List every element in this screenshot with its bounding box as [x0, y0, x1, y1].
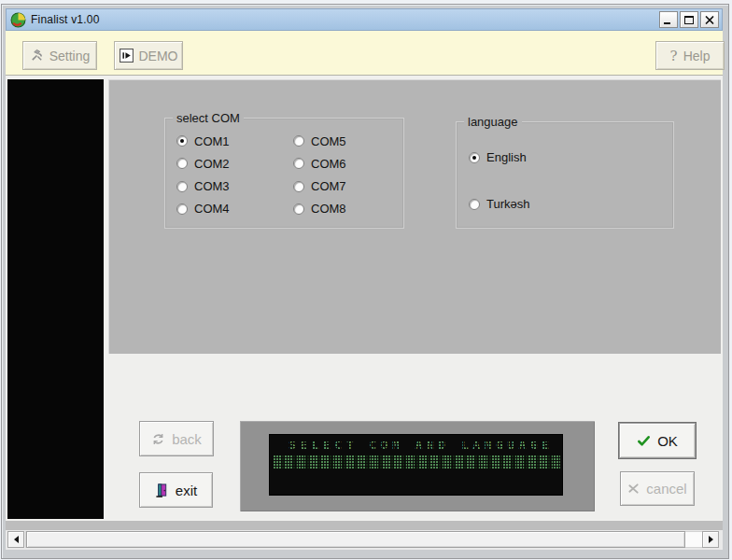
- scroll-left-icon: [14, 536, 19, 543]
- radio-com6[interactable]: COM6: [293, 152, 396, 175]
- exit-button[interactable]: exit: [139, 472, 213, 508]
- close-icon: [705, 16, 714, 24]
- bottom-strip: [6, 521, 723, 530]
- maximize-button[interactable]: [680, 11, 698, 28]
- radio-english[interactable]: English: [469, 150, 527, 164]
- led-dot-row: [273, 455, 560, 469]
- demo-button[interactable]: DEMO: [114, 41, 183, 70]
- black-sidebar: [7, 79, 104, 519]
- radio-button-com2[interactable]: [176, 158, 188, 169]
- horizontal-scrollbar[interactable]: [6, 530, 723, 550]
- ok-button[interactable]: OK: [619, 423, 696, 458]
- demo-label: DEMO: [139, 49, 178, 63]
- radio-label-com3: COM3: [194, 179, 230, 193]
- radio-button-com3[interactable]: [176, 181, 188, 192]
- radio-button-turkesh[interactable]: [469, 199, 480, 210]
- led-message: SELECT COM AND LANGUAGE: [289, 438, 554, 452]
- radio-label-com5: COM5: [311, 134, 346, 148]
- radio-turkesh[interactable]: Turkəsh: [469, 197, 529, 211]
- led-panel-frame: SELECT COM AND LANGUAGE: [240, 421, 595, 511]
- tools-icon: [30, 49, 44, 63]
- radio-button-com1[interactable]: [176, 135, 188, 147]
- exit-label: exit: [176, 483, 197, 498]
- toolbar: Setting DEMO ? Help: [6, 31, 723, 76]
- client-area: select COM COM1 COM2 COM3: [6, 76, 723, 550]
- radio-label-com1: COM1: [194, 134, 230, 148]
- radio-com1[interactable]: COM1: [176, 130, 293, 152]
- radio-com2[interactable]: COM2: [176, 152, 293, 175]
- radio-label-com6: COM6: [311, 157, 346, 171]
- radio-label-com8: COM8: [311, 202, 346, 216]
- radio-label-com4: COM4: [194, 202, 230, 216]
- scroll-right-button[interactable]: [702, 531, 719, 548]
- led-display: SELECT COM AND LANGUAGE: [269, 434, 563, 496]
- radio-button-com8[interactable]: [293, 203, 304, 215]
- back-button[interactable]: back: [139, 421, 214, 456]
- com-options: COM1 COM2 COM3 COM4: [176, 130, 396, 220]
- radio-com4[interactable]: COM4: [176, 198, 293, 220]
- help-label: Help: [683, 49, 711, 63]
- app-icon: [10, 12, 26, 28]
- window-controls: [659, 11, 722, 28]
- footer-panel: back exit SELECT COM AND LANGUAGE: [108, 354, 721, 519]
- scrollbar-thumb[interactable]: [26, 531, 685, 548]
- radio-button-com7[interactable]: [293, 181, 304, 192]
- close-button[interactable]: [700, 11, 719, 28]
- door-exit-icon: [155, 483, 169, 498]
- play-in-box-icon: [120, 49, 134, 63]
- select-com-groupbox: select COM COM1 COM2 COM3: [164, 118, 404, 229]
- gray-x-icon: [627, 483, 640, 495]
- radio-button-com5[interactable]: [293, 135, 304, 147]
- cancel-button[interactable]: cancel: [620, 471, 695, 506]
- window-title: Finalist v1.00: [31, 13, 100, 26]
- radio-label-english: English: [486, 150, 527, 164]
- radio-button-com4[interactable]: [176, 203, 188, 215]
- language-label: language: [464, 115, 522, 129]
- ok-label: OK: [657, 433, 678, 449]
- setting-button[interactable]: Setting: [22, 41, 97, 70]
- maximize-icon: [684, 16, 694, 24]
- minimize-button[interactable]: [659, 11, 678, 28]
- language-groupbox: language English Turkəsh: [456, 121, 674, 229]
- radio-label-com7: COM7: [311, 179, 346, 193]
- radio-label-turkesh: Turkəsh: [486, 197, 529, 211]
- screen: { "titlebar": { "title": "Finalist v1.00…: [0, 0, 732, 560]
- minimize-icon: [664, 16, 673, 24]
- radio-com3[interactable]: COM3: [176, 175, 293, 198]
- radio-button-english[interactable]: [469, 152, 480, 163]
- refresh-arrows-icon: [151, 432, 165, 446]
- titlebar[interactable]: Finalist v1.00: [6, 8, 723, 31]
- scroll-left-button[interactable]: [7, 531, 24, 548]
- help-button[interactable]: ? Help: [655, 41, 725, 70]
- radio-com7[interactable]: COM7: [293, 175, 396, 198]
- setting-label: Setting: [49, 49, 91, 63]
- scrollbar-track[interactable]: [25, 531, 715, 548]
- radio-button-com6[interactable]: [293, 158, 304, 169]
- radio-label-com2: COM2: [194, 157, 230, 171]
- select-com-label: select COM: [173, 111, 244, 125]
- green-check-icon: [637, 434, 651, 448]
- settings-panel: select COM COM1 COM2 COM3: [108, 79, 721, 354]
- cancel-label: cancel: [646, 481, 686, 497]
- question-mark-icon: ?: [670, 48, 678, 64]
- back-label: back: [172, 431, 202, 447]
- radio-com5[interactable]: COM5: [293, 130, 396, 152]
- radio-com8[interactable]: COM8: [293, 198, 396, 220]
- scroll-right-icon: [709, 536, 713, 543]
- app-window: Finalist v1.00 Setting: [1, 4, 729, 559]
